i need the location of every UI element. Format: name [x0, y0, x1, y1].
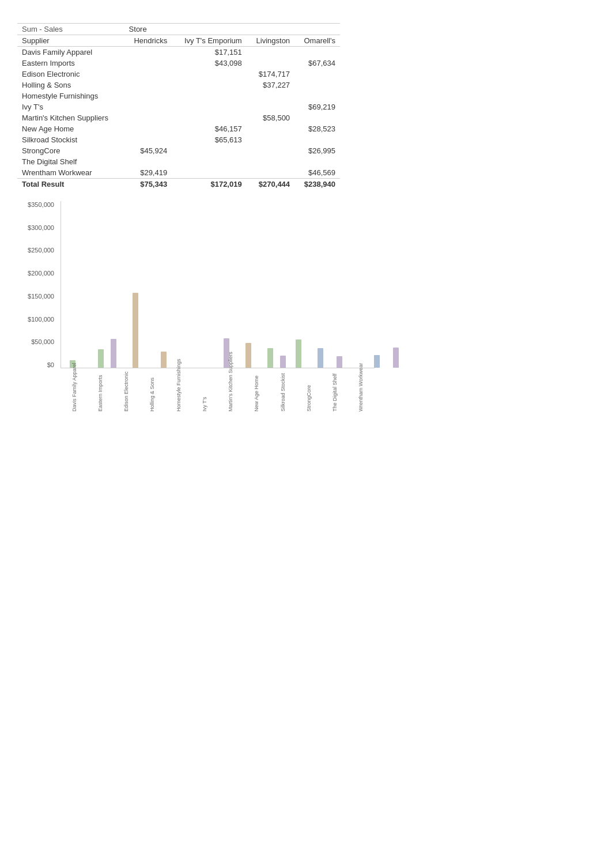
x-label: Silkroad Stockist	[280, 354, 286, 412]
cell-livingston	[247, 90, 294, 101]
supplier-name: New Age Home	[17, 123, 124, 134]
cell-omarells: $28,523	[294, 123, 340, 134]
supplier-name: Edison Electronic	[17, 69, 124, 80]
y-label: $100,000	[28, 316, 54, 323]
cell-livingston: $174,717	[247, 69, 294, 80]
cell-hendricks: $45,924	[124, 145, 172, 156]
x-label: Davis Family Apparel	[71, 354, 77, 412]
table-row: Davis Family Apparel$17,151	[17, 47, 340, 58]
supplier-name: Homestyle Furnishings	[17, 90, 124, 101]
cell-hendricks: $29,419	[124, 167, 172, 179]
store-col-header-3: Omarell's	[294, 35, 340, 47]
cell-ivy	[172, 167, 247, 179]
cell-hendricks	[124, 156, 172, 167]
cell-ivy: $43,098	[172, 58, 247, 69]
bar-group	[374, 348, 399, 368]
cell-ivy	[172, 156, 247, 167]
cell-omarells: $46,569	[294, 167, 340, 179]
store-col-header-0: Hendricks	[124, 35, 172, 47]
x-label: Homestyle Furnishings	[176, 354, 182, 412]
cell-livingston	[247, 145, 294, 156]
x-label: StrongCore	[306, 354, 312, 412]
cell-hendricks	[124, 80, 172, 90]
bar-omarells	[393, 348, 399, 368]
supplier-name: Wrentham Workwear	[17, 167, 124, 179]
table-row: Martin's Kitchen Suppliers$58,500	[17, 112, 340, 123]
cell-livingston	[247, 167, 294, 179]
x-label: Wrentham Workwear	[358, 354, 364, 412]
cell-hendricks	[124, 123, 172, 134]
x-axis-labels: Davis Family ApparelEastern ImportsEdiso…	[61, 354, 375, 423]
x-label: Ivy T's	[202, 354, 207, 412]
x-label: Eastern Imports	[97, 354, 103, 412]
cell-omarells: $69,219	[294, 101, 340, 112]
cell-ivy: $17,151	[172, 47, 247, 58]
chart-body	[61, 201, 375, 368]
total-label: Total Result	[17, 179, 124, 190]
cell-livingston	[247, 101, 294, 112]
cell-hendricks	[124, 112, 172, 123]
supplier-name: Silkroad Stockist	[17, 134, 124, 145]
y-label: $200,000	[28, 270, 54, 277]
y-label: $350,000	[28, 201, 54, 208]
table-row: Edison Electronic$174,717	[17, 69, 340, 80]
cell-ivy: $46,157	[172, 123, 247, 134]
x-label: The Digital Shelf	[332, 354, 338, 412]
cell-livingston: $37,227	[247, 80, 294, 90]
pivot-table: Sum - SalesStoreSupplierHendricksIvy T's…	[17, 23, 340, 190]
supplier-name: StrongCore	[17, 145, 124, 156]
cell-hendricks	[124, 101, 172, 112]
store-header: Store	[124, 24, 340, 35]
cell-livingston	[247, 156, 294, 167]
sum-sales-label: Sum - Sales	[17, 24, 124, 35]
cell-livingston	[247, 134, 294, 145]
cell-omarells	[294, 112, 340, 123]
y-label: $50,000	[31, 338, 54, 345]
supplier-name: The Digital Shelf	[17, 156, 124, 167]
total-omarells: $238,940	[294, 179, 340, 190]
cell-hendricks	[124, 69, 172, 80]
cell-omarells	[294, 156, 340, 167]
supplier-header: Supplier	[17, 35, 124, 47]
y-axis: $350,000$300,000$250,000$200,000$150,000…	[17, 201, 58, 368]
supplier-name: Martin's Kitchen Suppliers	[17, 112, 124, 123]
cell-hendricks	[124, 90, 172, 101]
table-row: Holling & Sons$37,227	[17, 80, 340, 90]
total-hendricks: $75,343	[124, 179, 172, 190]
cell-omarells: $67,634	[294, 58, 340, 69]
cell-omarells	[294, 134, 340, 145]
table-row: StrongCore$45,924$26,995	[17, 145, 340, 156]
y-label: $300,000	[28, 224, 54, 231]
chart-area: $350,000$300,000$250,000$200,000$150,000…	[17, 201, 375, 386]
store-col-header-1: Ivy T's Emporium	[172, 35, 247, 47]
table-row: Homestyle Furnishings	[17, 90, 340, 101]
cell-ivy	[172, 101, 247, 112]
table-row: Eastern Imports$43,098$67,634	[17, 58, 340, 69]
supplier-name: Ivy T's	[17, 101, 124, 112]
y-label: $150,000	[28, 293, 54, 300]
x-label: New Age Home	[254, 354, 259, 412]
cell-livingston	[247, 58, 294, 69]
supplier-name: Holling & Sons	[17, 80, 124, 90]
cell-hendricks	[124, 134, 172, 145]
supplier-name: Eastern Imports	[17, 58, 124, 69]
table-row: New Age Home$46,157$28,523	[17, 123, 340, 134]
table-row: Wrentham Workwear$29,419$46,569	[17, 167, 340, 179]
cell-hendricks	[124, 58, 172, 69]
cell-livingston	[247, 47, 294, 58]
table-row: Ivy T's$69,219	[17, 101, 340, 112]
table-row: The Digital Shelf	[17, 156, 340, 167]
total-row: Total Result$75,343$172,019$270,444$238,…	[17, 179, 340, 190]
bar-hendricks	[374, 355, 380, 368]
cell-omarells	[294, 47, 340, 58]
x-label: Edison Electronic	[123, 354, 129, 412]
total-livingston: $270,444	[247, 179, 294, 190]
cell-ivy: $65,613	[172, 134, 247, 145]
x-label: Martin's Kitchen Suppliers	[228, 354, 233, 412]
cell-ivy	[172, 145, 247, 156]
cell-ivy	[172, 112, 247, 123]
cell-hendricks	[124, 47, 172, 58]
table-row: Silkroad Stockist$65,613	[17, 134, 340, 145]
cell-omarells	[294, 69, 340, 80]
cell-omarells	[294, 80, 340, 90]
